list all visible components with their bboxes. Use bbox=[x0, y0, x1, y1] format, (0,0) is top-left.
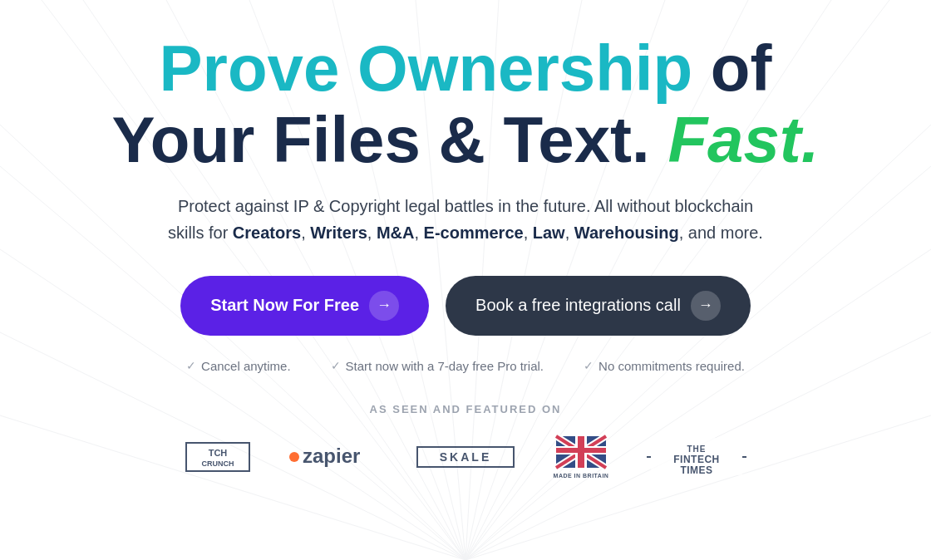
svg-text:THE: THE bbox=[687, 445, 707, 454]
book-call-label: Book a free integrations call bbox=[475, 296, 681, 315]
arrow-icon-secondary: → bbox=[691, 291, 721, 321]
headline-prove: Prove Ownership bbox=[160, 32, 711, 105]
logo-skale: SKALE bbox=[416, 440, 515, 474]
check-icon-2: ✓ bbox=[331, 359, 341, 372]
cta-buttons: Start Now For Free → Book a free integra… bbox=[180, 276, 751, 336]
trust-label-3: No commitments required. bbox=[598, 359, 745, 373]
trust-item-commit: ✓ No commitments required. bbox=[584, 359, 745, 373]
trust-label-2: Start now with a 7-day free Pro trial. bbox=[346, 359, 544, 373]
svg-text:TIMES: TIMES bbox=[680, 464, 712, 476]
svg-text:CRUNCH: CRUNCH bbox=[202, 459, 234, 468]
logo-fintech-times: THE FINTECH TIMES bbox=[647, 434, 746, 479]
trust-row: ✓ Cancel anytime. ✓ Start now with a 7-d… bbox=[186, 359, 745, 373]
featured-label: AS SEEN AND FEATURED ON bbox=[370, 403, 562, 415]
check-icon-1: ✓ bbox=[186, 359, 196, 372]
svg-text:zapier: zapier bbox=[303, 445, 360, 467]
svg-text:SKALE: SKALE bbox=[440, 450, 491, 464]
main-headline: Prove Ownership of Your Files & Text. Fa… bbox=[112, 33, 820, 176]
featured-section: AS SEEN AND FEATURED ON TCH CRUNCH zapie… bbox=[185, 403, 746, 482]
logo-made-in-britain: MADE IN BRITAIN bbox=[552, 432, 610, 482]
svg-point-25 bbox=[289, 452, 299, 462]
headline-of: of bbox=[711, 32, 772, 105]
headline-files: Your Files & Text. bbox=[112, 103, 668, 176]
subtitle: Protect against IP & Copyright legal bat… bbox=[158, 193, 773, 246]
svg-text:FINTECH: FINTECH bbox=[673, 454, 720, 465]
svg-text:TCH: TCH bbox=[209, 448, 228, 458]
trust-label-1: Cancel anytime. bbox=[201, 359, 291, 373]
trust-item-cancel: ✓ Cancel anytime. bbox=[186, 359, 291, 373]
check-icon-3: ✓ bbox=[584, 359, 594, 372]
logo-techcrunch: TCH CRUNCH bbox=[185, 436, 251, 478]
logo-zapier: zapier bbox=[288, 440, 379, 474]
headline-fast: Fast. bbox=[667, 103, 819, 176]
start-now-label: Start Now For Free bbox=[210, 296, 359, 315]
book-call-button[interactable]: Book a free integrations call → bbox=[446, 276, 751, 336]
trust-item-trial: ✓ Start now with a 7-day free Pro trial. bbox=[331, 359, 544, 373]
svg-text:MADE IN BRITAIN: MADE IN BRITAIN bbox=[554, 473, 609, 479]
start-now-button[interactable]: Start Now For Free → bbox=[180, 276, 429, 336]
logos-row: TCH CRUNCH zapier SKALE bbox=[185, 432, 746, 482]
arrow-icon: → bbox=[369, 291, 399, 321]
svg-rect-37 bbox=[578, 436, 584, 468]
